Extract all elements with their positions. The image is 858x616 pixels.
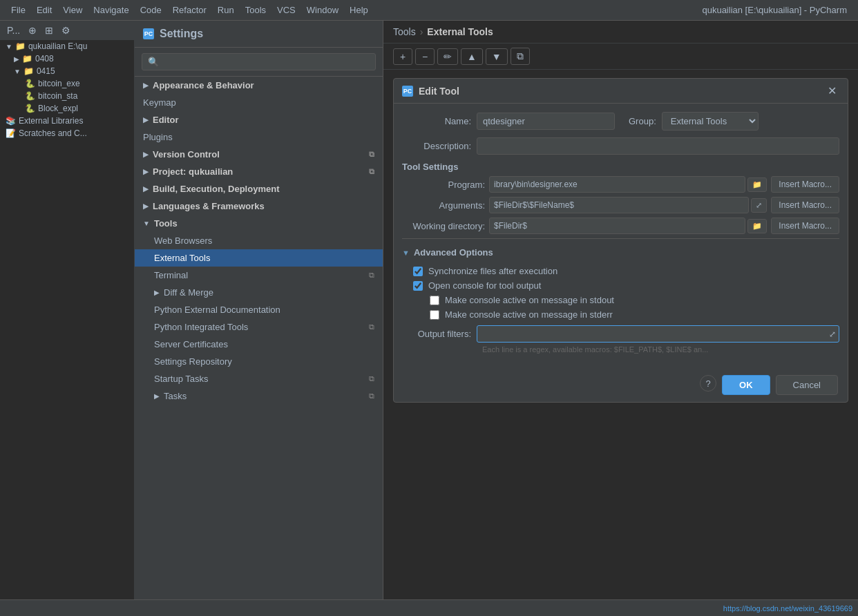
menu-run[interactable]: Run [212, 2, 240, 18]
add-tool-button[interactable]: + [393, 48, 412, 65]
sidebar-settings-gear[interactable]: ⚙ [59, 23, 73, 37]
open-console-checkbox[interactable] [413, 281, 423, 291]
settings-item-project[interactable]: ▶ Project: qukuailian ⧉ [135, 163, 383, 180]
open-console-label: Open console for tool output [428, 280, 541, 291]
chevron-right-icon: ▶ [14, 55, 19, 63]
settings-item-label: Project: qukuailian [153, 166, 233, 177]
arguments-expand-button[interactable]: ⤢ [751, 198, 767, 213]
file-label: bitcoin_exe [38, 79, 80, 88]
menu-help[interactable]: Help [344, 2, 374, 18]
settings-item-languages[interactable]: ▶ Languages & Frameworks [135, 198, 383, 215]
pycharm-icon: PC [143, 28, 154, 39]
settings-item-tasks[interactable]: ▶ Tasks ⧉ [135, 387, 383, 405]
advanced-toggle[interactable]: ▼ Advanced Options [402, 244, 839, 260]
move-down-button[interactable]: ▼ [486, 48, 508, 65]
sidebar-toolbar: P... ⊕ ⊞ ⚙ [0, 21, 134, 40]
dialog-title: Edit Tool [419, 86, 819, 97]
dialog-close-button[interactable]: ✕ [825, 84, 839, 97]
group-select-wrap: External Tools [662, 112, 759, 131]
external-libraries[interactable]: 📚 External Libraries [0, 115, 134, 127]
sidebar-project-btn[interactable]: P... [4, 23, 23, 37]
breadcrumb-parent[interactable]: Tools [393, 26, 416, 37]
menu-window[interactable]: Window [301, 2, 344, 18]
settings-search-input[interactable] [142, 53, 376, 70]
description-row: Description: [402, 137, 839, 155]
group-label: Group: [629, 116, 656, 126]
settings-item-label: Keymap [143, 97, 176, 108]
arguments-insert-macro-button[interactable]: Insert Macro... [771, 197, 839, 213]
working-dir-input[interactable] [489, 218, 745, 234]
folder-0408[interactable]: ▶ 📁 0408 [0, 52, 134, 65]
advanced-section: ▼ Advanced Options Synchronize files aft… [402, 238, 839, 354]
sidebar-add-btn[interactable]: ⊕ [26, 23, 39, 37]
program-label: Program: [402, 180, 485, 190]
sidebar-sync-btn[interactable]: ⊞ [42, 23, 56, 37]
settings-item-settings-repo[interactable]: Settings Repository [135, 353, 383, 370]
settings-item-label: Build, Execution, Deployment [153, 184, 279, 194]
working-dir-browse-button[interactable]: 📁 [747, 219, 767, 233]
arguments-label: Arguments: [402, 200, 485, 211]
menu-edit[interactable]: Edit [31, 2, 57, 18]
settings-item-editor[interactable]: ▶ Editor [135, 111, 383, 128]
menu-navigate[interactable]: Navigate [88, 2, 134, 18]
stderr-checkbox[interactable] [430, 310, 439, 320]
folder-0415[interactable]: ▼ 📁 0415 [0, 65, 134, 77]
menu-vcs[interactable]: VCS [271, 2, 301, 18]
menu-view[interactable]: View [57, 2, 88, 18]
settings-item-label: Web Browsers [154, 235, 212, 246]
settings-tree: ▶ Appearance & Behavior Keymap ▶ Editor … [135, 77, 383, 616]
settings-item-diff-merge[interactable]: ▶ Diff & Merge [135, 284, 383, 301]
settings-item-plugins[interactable]: Plugins [135, 128, 383, 146]
name-input[interactable] [477, 113, 615, 130]
settings-item-startup-tasks[interactable]: Startup Tasks ⧉ [135, 370, 383, 387]
help-button[interactable]: ? [700, 375, 716, 392]
output-expand-button[interactable]: ⤢ [826, 327, 839, 342]
copy-tool-button[interactable]: ⧉ [511, 48, 530, 65]
edit-tool-button[interactable]: ✏ [437, 48, 458, 65]
menu-file[interactable]: File [6, 2, 31, 18]
menu-refactor[interactable]: Refactor [167, 2, 212, 18]
ok-button[interactable]: OK [722, 375, 770, 395]
settings-item-tools[interactable]: ▼ Tools [135, 215, 383, 232]
file-bitcoin-exe[interactable]: 🐍 bitcoin_exe [0, 77, 134, 90]
move-up-button[interactable]: ▲ [461, 48, 483, 65]
output-filters-row: Output filters: ⤢ [402, 325, 839, 343]
scratches-and-console[interactable]: 📝 Scratches and C... [0, 127, 134, 139]
folder-label: 0408 [35, 54, 54, 64]
settings-item-label: Appearance & Behavior [153, 80, 254, 90]
project-root[interactable]: ▼ 📁 qukuailian E:\qu [0, 40, 134, 52]
settings-item-label: Startup Tasks [154, 374, 209, 384]
settings-item-version-control[interactable]: ▶ Version Control ⧉ [135, 146, 383, 163]
cancel-button[interactable]: Cancel [776, 375, 838, 395]
program-input[interactable] [489, 176, 745, 193]
menu-tools[interactable]: Tools [240, 2, 271, 18]
menu-code[interactable]: Code [135, 2, 167, 18]
file-block-expl[interactable]: 🐍 Block_expl [0, 102, 134, 115]
stdout-checkbox[interactable] [430, 296, 439, 305]
settings-item-external-tools[interactable]: External Tools [135, 249, 383, 267]
chevron-right-icon: ▶ [154, 289, 160, 296]
settings-item-build[interactable]: ▶ Build, Execution, Deployment [135, 180, 383, 198]
arguments-input[interactable] [489, 197, 749, 213]
settings-item-keymap[interactable]: Keymap [135, 94, 383, 111]
settings-item-python-int-tools[interactable]: Python Integrated Tools ⧉ [135, 318, 383, 336]
file-bitcoin-sta[interactable]: 🐍 bitcoin_sta [0, 90, 134, 102]
output-filters-input[interactable] [477, 326, 826, 342]
chevron-right-icon: ▶ [143, 81, 149, 89]
settings-item-server-certs[interactable]: Server Certificates [135, 336, 383, 353]
settings-item-terminal[interactable]: Terminal ⧉ [135, 267, 383, 284]
program-row: Program: 📁 Insert Macro... [402, 176, 839, 193]
remove-tool-button[interactable]: − [415, 48, 435, 65]
settings-item-appearance[interactable]: ▶ Appearance & Behavior [135, 77, 383, 94]
status-link[interactable]: https://blog.csdn.net/weixin_43619669 [723, 604, 852, 613]
group-select[interactable]: External Tools [662, 112, 759, 131]
working-dir-insert-macro-button[interactable]: Insert Macro... [771, 218, 839, 234]
sync-files-checkbox[interactable] [413, 267, 423, 276]
window-title: qukuailian [E:\qukuailian] - PyCharm [696, 2, 852, 18]
description-input[interactable] [477, 137, 839, 155]
program-browse-button[interactable]: 📁 [747, 177, 767, 192]
folder-icon: 📁 [15, 41, 26, 51]
settings-item-python-ext-doc[interactable]: Python External Documentation [135, 301, 383, 318]
settings-item-web-browsers[interactable]: Web Browsers [135, 232, 383, 249]
program-insert-macro-button[interactable]: Insert Macro... [771, 176, 839, 193]
